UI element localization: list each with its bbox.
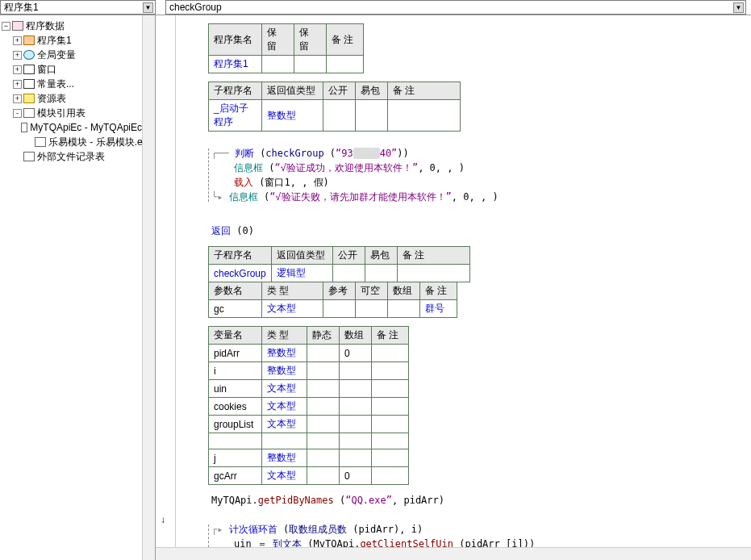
cell[interactable]: 逻辑型	[271, 265, 332, 282]
cell[interactable]	[340, 416, 372, 433]
cell[interactable]: 文本型	[262, 467, 307, 485]
chevron-down-icon[interactable]: ▼	[143, 2, 153, 13]
tree-item[interactable]: MyTQApiEc - MyTQApiEc.ec	[2, 120, 155, 135]
table-row[interactable]: i整数型	[209, 362, 409, 380]
tree-item[interactable]: 乐易模块 - 乐易模块.ec	[2, 135, 155, 149]
cell[interactable]: 文本型	[262, 398, 307, 416]
cell[interactable]	[372, 449, 409, 467]
cell[interactable]	[340, 433, 372, 449]
cell[interactable]: 整数型	[262, 449, 307, 467]
tree-root[interactable]: − 程序数据	[2, 19, 155, 33]
cell[interactable]	[323, 100, 356, 132]
cell[interactable]	[323, 300, 356, 318]
horizontal-scrollbar[interactable]	[156, 547, 751, 560]
cell[interactable]	[209, 433, 262, 449]
cell[interactable]	[307, 362, 340, 380]
cell[interactable]	[388, 100, 461, 132]
cell[interactable]	[294, 56, 327, 73]
table-row[interactable]: j整数型	[209, 449, 409, 467]
table-row[interactable]: cookies文本型	[209, 398, 409, 416]
cell[interactable]	[372, 467, 409, 485]
cell[interactable]: pidArr	[209, 345, 262, 362]
table-row[interactable]	[209, 433, 409, 449]
cell[interactable]	[372, 362, 409, 380]
cell[interactable]	[307, 380, 340, 398]
cell[interactable]: checkGroup	[209, 265, 272, 282]
cell[interactable]: j	[209, 449, 262, 467]
tree-toggle-icon[interactable]: +	[13, 51, 22, 60]
cell[interactable]	[356, 300, 388, 318]
cell[interactable]	[332, 265, 365, 282]
cell[interactable]: gc	[209, 300, 262, 318]
tree-toggle-icon[interactable]: -	[13, 109, 22, 118]
table-row[interactable]: groupList文本型	[209, 416, 409, 433]
cell[interactable]: i	[209, 362, 262, 380]
tree-toggle-icon[interactable]: +	[13, 80, 22, 89]
table-row[interactable]: gcArr文本型0	[209, 467, 409, 485]
cell[interactable]	[372, 345, 409, 362]
combo-subroutine[interactable]: checkGroup ▼	[165, 0, 746, 15]
cell[interactable]	[307, 416, 340, 433]
cell[interactable]: cookies	[209, 398, 262, 416]
cell[interactable]	[262, 56, 294, 73]
cell[interactable]: uin	[209, 380, 262, 398]
cell[interactable]	[307, 467, 340, 485]
tree-item[interactable]: +资源表	[2, 91, 155, 106]
cell[interactable]	[307, 398, 340, 416]
tree-item[interactable]: +全局变量	[2, 48, 155, 62]
cell[interactable]	[327, 56, 364, 73]
cell[interactable]: 0	[340, 467, 372, 485]
cell[interactable]	[340, 362, 372, 380]
cell[interactable]	[262, 433, 307, 449]
cell[interactable]	[356, 100, 388, 132]
tree-item[interactable]: +常量表...	[2, 77, 155, 91]
cell[interactable]	[397, 265, 469, 282]
cell[interactable]: _启动子程序	[209, 100, 262, 132]
cell[interactable]: groupList	[209, 416, 262, 433]
cell[interactable]: 程序集1	[209, 56, 262, 73]
cell[interactable]: 整数型	[262, 362, 307, 380]
table-row[interactable]: _启动子程序 整数型	[209, 100, 461, 132]
tree-toggle-icon[interactable]: −	[2, 22, 10, 31]
cell[interactable]: 群号	[420, 300, 457, 318]
cell[interactable]: 文本型	[262, 380, 307, 398]
table-row[interactable]: checkGroup 逻辑型	[209, 265, 470, 282]
combo-assembly[interactable]: 程序集1 ▼	[0, 0, 156, 15]
cell[interactable]	[307, 449, 340, 467]
table-row[interactable]: 程序集1	[209, 56, 364, 73]
chevron-down-icon[interactable]: ▼	[733, 2, 744, 13]
table-row[interactable]: uin文本型	[209, 380, 409, 398]
tree-toggle-icon[interactable]: +	[13, 36, 22, 45]
cell[interactable]	[365, 265, 397, 282]
code-block-1[interactable]: ┌── 判断 (checkGroup (“93xxxx40”)) 信息框 (“√…	[208, 146, 751, 204]
tree-item[interactable]: +窗口	[2, 62, 155, 77]
cell[interactable]: 整数型	[262, 345, 307, 362]
tree-toggle-icon[interactable]: +	[13, 65, 22, 74]
cell[interactable]	[388, 300, 420, 318]
cell[interactable]: 0	[340, 345, 372, 362]
sidebar-scrollbar[interactable]	[142, 15, 155, 560]
cell[interactable]	[372, 380, 409, 398]
cell[interactable]: 文本型	[262, 416, 307, 433]
cell[interactable]	[340, 380, 372, 398]
tree-toggle-icon[interactable]: +	[13, 94, 22, 103]
tree-item[interactable]: -模块引用表	[2, 106, 155, 120]
cell[interactable]: gcArr	[209, 467, 262, 485]
return-line[interactable]: 返回 (0)	[208, 224, 751, 238]
cell[interactable]	[372, 398, 409, 416]
cell[interactable]	[340, 449, 372, 467]
table-row[interactable]: pidArr整数型0	[209, 345, 409, 362]
package-icon	[12, 21, 23, 31]
cell[interactable]	[307, 433, 340, 449]
code-editor[interactable]: 程序集名 保 留 保 留 备 注 程序集1 子程序名 返回值类型 公开 易包 备…	[176, 15, 751, 560]
table-row[interactable]: gc 文本型 群号	[209, 300, 457, 318]
cell[interactable]	[372, 416, 409, 433]
tree-item[interactable]: 外部文件记录表	[2, 149, 155, 164]
tree-item[interactable]: +程序集1	[2, 33, 155, 48]
cell[interactable]: 整数型	[262, 100, 323, 132]
cell[interactable]: 文本型	[262, 300, 323, 318]
cell[interactable]	[307, 345, 340, 362]
code-line-getpid[interactable]: MyTQApi.getPidByNames (“QQ.exe”, pidArr)	[208, 493, 751, 508]
cell[interactable]	[340, 398, 372, 416]
cell[interactable]	[372, 433, 409, 449]
